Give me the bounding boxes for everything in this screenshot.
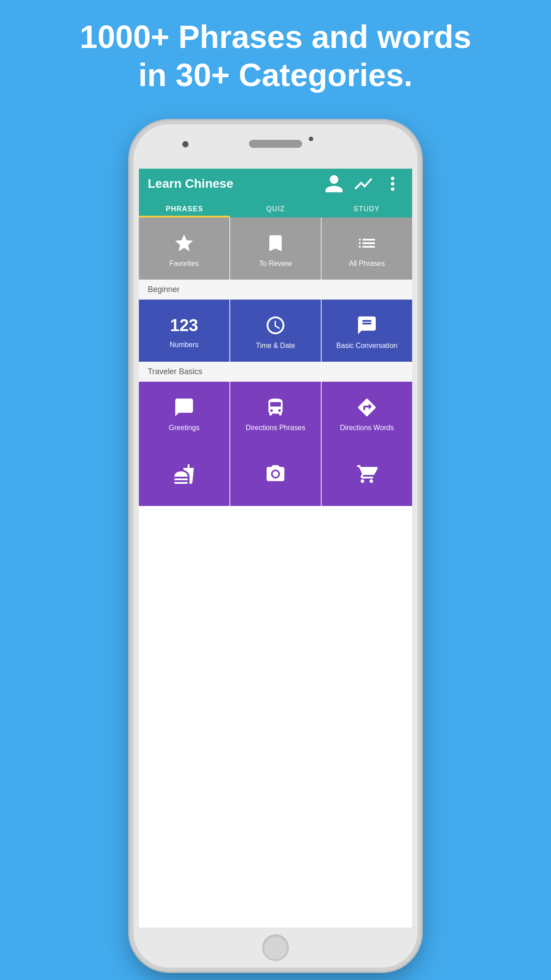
- greetings-tile[interactable]: Greetings: [139, 382, 229, 444]
- food-tile[interactable]: [139, 444, 229, 506]
- speech-icon: [173, 397, 195, 418]
- promo-line1: 1000+ Phrases and words: [35, 18, 516, 56]
- directions-phrases-tile[interactable]: Directions Phrases: [230, 382, 321, 444]
- basic-conversation-label: Basic Conversation: [336, 341, 398, 350]
- title-bar: Learn Chinese: [139, 164, 412, 199]
- content-area: Favorites To Review All Phrases: [139, 217, 412, 506]
- home-button[interactable]: [262, 934, 289, 961]
- more-icon[interactable]: [382, 173, 403, 194]
- all-phrases-tile[interactable]: All Phrases: [322, 217, 412, 280]
- clock-icon: [265, 315, 286, 336]
- header-icons: [323, 173, 403, 194]
- beginner-tiles-grid: 123 Numbers Time & Date Basic Conversati…: [139, 300, 412, 362]
- top-tiles-grid: Favorites To Review All Phrases: [139, 217, 412, 280]
- phone-frame: Learn Chinese: [134, 124, 417, 968]
- directions-phrases-label: Directions Phrases: [246, 423, 305, 432]
- numbers-icon: 123: [170, 316, 198, 335]
- direction-icon: [356, 397, 378, 418]
- time-date-label: Time & Date: [256, 341, 295, 350]
- bookmark-icon: [265, 233, 286, 254]
- traveler-tiles-grid: Greetings Directions Phrases Directions …: [139, 382, 412, 444]
- list-icon: [356, 233, 378, 254]
- chart-icon[interactable]: [353, 173, 374, 194]
- traveler-section-header: Traveler Basics: [139, 362, 412, 382]
- app-header: Learn Chinese: [139, 164, 412, 217]
- numbers-tile[interactable]: 123 Numbers: [139, 300, 229, 362]
- favorites-label: Favorites: [169, 259, 199, 268]
- star-icon: [173, 233, 195, 254]
- tab-phrases[interactable]: PHRASES: [139, 199, 230, 217]
- directions-words-tile[interactable]: Directions Words: [322, 382, 412, 444]
- to-review-tile[interactable]: To Review: [230, 217, 321, 280]
- fork-knife-icon: [173, 463, 195, 485]
- chat-icon: [356, 315, 378, 336]
- cart-icon: [356, 463, 378, 485]
- beginner-section-header: Beginner: [139, 280, 412, 300]
- shopping-tile[interactable]: [322, 444, 412, 506]
- camera-icon: [265, 463, 286, 485]
- directions-words-label: Directions Words: [340, 423, 394, 432]
- favorites-tile[interactable]: Favorites: [139, 217, 229, 280]
- speaker-grill: [249, 140, 302, 148]
- bottom-tiles-grid: [139, 444, 412, 506]
- numbers-label: Numbers: [170, 340, 199, 349]
- time-date-tile[interactable]: Time & Date: [230, 300, 321, 362]
- promo-header: 1000+ Phrases and words in 30+ Categorie…: [0, 18, 551, 95]
- sensor: [309, 137, 313, 141]
- greetings-label: Greetings: [169, 423, 199, 432]
- app-title: Learn Chinese: [148, 177, 233, 191]
- phone-screen: Learn Chinese: [139, 164, 412, 928]
- tab-bar: PHRASES QUIZ STUDY: [139, 199, 412, 217]
- promo-line2: in 30+ Categories.: [35, 56, 516, 94]
- all-phrases-label: All Phrases: [349, 259, 385, 268]
- tab-quiz[interactable]: QUIZ: [230, 199, 321, 217]
- basic-conversation-tile[interactable]: Basic Conversation: [322, 300, 412, 362]
- bus-icon: [265, 397, 286, 418]
- front-camera: [182, 141, 189, 147]
- person-icon[interactable]: [323, 173, 345, 194]
- tab-study[interactable]: STUDY: [321, 199, 412, 217]
- to-review-label: To Review: [259, 259, 292, 268]
- camera-tile[interactable]: [230, 444, 321, 506]
- phone-top: [134, 124, 417, 169]
- phone-bottom: [134, 928, 417, 968]
